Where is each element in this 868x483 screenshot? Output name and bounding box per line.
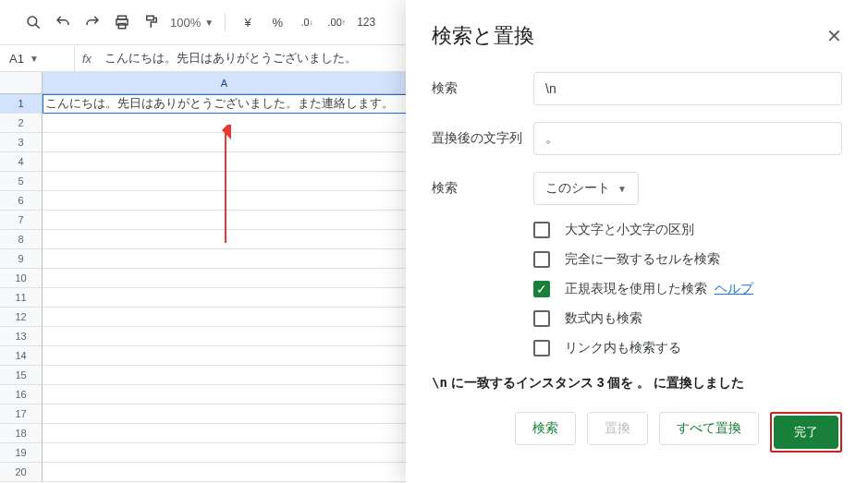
cell[interactable] bbox=[43, 424, 407, 443]
cell[interactable] bbox=[43, 172, 407, 191]
currency-button[interactable]: ¥ bbox=[237, 11, 259, 33]
row-header[interactable]: 11 bbox=[0, 288, 43, 308]
spreadsheet-grid: A 1こんにちは。先日はありがとうございました。また連絡します。23456789… bbox=[0, 72, 407, 482]
cell[interactable] bbox=[43, 230, 407, 249]
cell-reference[interactable]: A1▼ bbox=[0, 52, 74, 66]
row-header[interactable]: 10 bbox=[0, 269, 43, 288]
row-header[interactable]: 9 bbox=[0, 249, 43, 269]
find-input[interactable] bbox=[533, 72, 842, 105]
format-123-button[interactable]: 123 bbox=[355, 11, 377, 33]
row-header[interactable]: 3 bbox=[0, 133, 43, 152]
toolbar: 100% ▼ ¥ % .0↓ .00↑ 123 bbox=[0, 0, 407, 44]
row-header[interactable]: 17 bbox=[0, 405, 43, 424]
status-message: \n に一致するインスタンス 3 個を 。 に置換しました bbox=[432, 375, 842, 392]
regex-help-link[interactable]: ヘルプ bbox=[715, 281, 753, 297]
percent-button[interactable]: % bbox=[266, 11, 288, 33]
regex-checkbox[interactable]: ✓ bbox=[533, 281, 550, 297]
replace-label: 置換後の文字列 bbox=[432, 130, 533, 147]
replace-input[interactable] bbox=[533, 122, 842, 155]
done-button[interactable]: 完了 bbox=[774, 416, 838, 449]
scope-label: 検索 bbox=[432, 180, 533, 197]
links-label: リンク内も検索する bbox=[565, 340, 681, 356]
search-icon[interactable] bbox=[22, 11, 44, 33]
cell[interactable]: こんにちは。先日はありがとうございました。また連絡します。 bbox=[43, 94, 407, 114]
find-button[interactable]: 検索 bbox=[515, 412, 576, 445]
formulas-checkbox[interactable] bbox=[533, 310, 550, 327]
cell[interactable] bbox=[43, 211, 407, 230]
find-replace-dialog: 検索と置換 ✕ 検索 置換後の文字列 検索 このシート▼ 大文字と小文字の区別 … bbox=[406, 0, 868, 483]
svg-line-1 bbox=[35, 24, 39, 28]
svg-point-0 bbox=[28, 17, 37, 26]
match-case-checkbox[interactable] bbox=[533, 222, 550, 238]
cell[interactable] bbox=[43, 463, 407, 482]
row-header[interactable]: 2 bbox=[0, 114, 43, 133]
cell[interactable] bbox=[43, 405, 407, 424]
redo-icon[interactable] bbox=[81, 11, 104, 33]
cell[interactable] bbox=[43, 346, 407, 366]
cell[interactable] bbox=[43, 443, 407, 463]
match-cell-checkbox[interactable] bbox=[533, 251, 550, 268]
match-case-label: 大文字と小文字の区別 bbox=[565, 222, 694, 238]
undo-icon[interactable] bbox=[52, 11, 74, 33]
row-header[interactable]: 1 bbox=[0, 94, 43, 114]
cell[interactable] bbox=[43, 385, 407, 405]
match-cell-label: 完全に一致するセルを検索 bbox=[565, 251, 720, 268]
select-all-corner[interactable] bbox=[0, 72, 43, 94]
increase-decimal-button[interactable]: .00↑ bbox=[325, 11, 348, 33]
svg-rect-5 bbox=[147, 16, 154, 20]
row-header[interactable]: 8 bbox=[0, 230, 43, 249]
replace-button: 置換 bbox=[587, 412, 648, 445]
column-header-a[interactable]: A bbox=[43, 72, 407, 94]
cell[interactable] bbox=[43, 249, 407, 269]
fx-label: fx bbox=[74, 45, 99, 71]
cell[interactable] bbox=[43, 133, 407, 152]
cell[interactable] bbox=[43, 327, 407, 346]
cell[interactable] bbox=[43, 191, 407, 211]
formulas-label: 数式内も検索 bbox=[565, 310, 642, 327]
row-header[interactable]: 13 bbox=[0, 327, 43, 346]
formula-input[interactable]: こんにちは。先日はありがとうございました。 bbox=[99, 50, 407, 66]
close-icon[interactable]: ✕ bbox=[826, 25, 842, 47]
row-header[interactable]: 16 bbox=[0, 385, 43, 405]
paint-format-icon[interactable] bbox=[141, 11, 163, 33]
links-checkbox[interactable] bbox=[533, 340, 550, 356]
row-header[interactable]: 18 bbox=[0, 424, 43, 443]
dialog-title: 検索と置換 bbox=[432, 22, 534, 50]
formula-bar: A1▼ fx こんにちは。先日はありがとうございました。 bbox=[0, 44, 407, 72]
print-icon[interactable] bbox=[111, 11, 133, 33]
regex-label: 正規表現を使用した検索 bbox=[565, 281, 707, 297]
row-header[interactable]: 7 bbox=[0, 211, 43, 230]
zoom-select[interactable]: 100% ▼ bbox=[170, 16, 214, 30]
row-header[interactable]: 20 bbox=[0, 463, 43, 482]
row-header[interactable]: 19 bbox=[0, 443, 43, 463]
cell[interactable] bbox=[43, 114, 407, 133]
decrease-decimal-button[interactable]: .0↓ bbox=[296, 11, 318, 33]
cell[interactable] bbox=[43, 288, 407, 308]
row-header[interactable]: 5 bbox=[0, 172, 43, 191]
cell[interactable] bbox=[43, 152, 407, 172]
cell[interactable] bbox=[43, 269, 407, 288]
row-header[interactable]: 12 bbox=[0, 308, 43, 327]
done-button-highlight: 完了 bbox=[770, 412, 842, 453]
row-header[interactable]: 6 bbox=[0, 191, 43, 211]
row-header[interactable]: 4 bbox=[0, 152, 43, 172]
row-header[interactable]: 14 bbox=[0, 346, 43, 366]
scope-select[interactable]: このシート▼ bbox=[533, 172, 639, 205]
cell[interactable] bbox=[43, 366, 407, 385]
row-header[interactable]: 15 bbox=[0, 366, 43, 385]
replace-all-button[interactable]: すべて置換 bbox=[659, 412, 759, 445]
find-label: 検索 bbox=[432, 80, 533, 97]
cell[interactable] bbox=[43, 308, 407, 327]
